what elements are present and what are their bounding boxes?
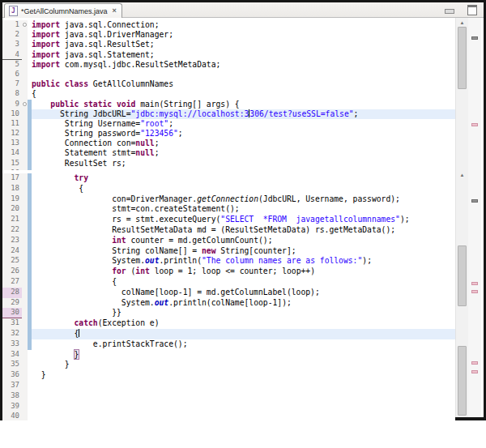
maximize-view-icon[interactable] <box>467 5 477 15</box>
code-text[interactable]: rs = stmt.executeQuery("SELECT *FROM jav… <box>32 215 455 225</box>
code-text[interactable]: public class GetAllColumnNames <box>32 79 455 89</box>
scrollbar-thumb[interactable] <box>458 27 467 89</box>
scrollbar-bottom-pane[interactable]: ▲ <box>455 170 468 342</box>
code-text[interactable]: stmt=con.createStatement(); <box>32 204 455 215</box>
line-number: 25 <box>2 256 22 267</box>
ruler-mark <box>471 361 478 365</box>
code-text[interactable]: import java.sql.DriverManager; <box>32 30 455 40</box>
code-line[interactable]: 17 try <box>2 173 455 184</box>
code-line[interactable]: 4import java.sql.Statement; <box>2 50 455 60</box>
code-text[interactable]: { <box>32 277 455 288</box>
code-line[interactable]: 2import java.sql.DriverManager; <box>2 30 455 40</box>
code-line[interactable]: 30 }} <box>2 308 455 318</box>
code-line[interactable]: 20 stmt=con.createStatement(); <box>2 204 455 215</box>
code-text[interactable] <box>32 402 455 412</box>
code-pane-bottom: 17 try18 {19 con=DriverManager.getConnec… <box>2 170 455 420</box>
code-line[interactable]: 11 String Username="root"; <box>2 119 455 129</box>
code-text[interactable]: import java.sql.ResultSet; <box>32 40 455 49</box>
code-text[interactable]: System.out.println(colName[loop-1]); <box>32 298 455 309</box>
code-line[interactable]: 21 rs = stmt.executeQuery("SELECT *FROM … <box>2 215 455 225</box>
code-text[interactable]: import java.sql.Connection; <box>32 20 455 30</box>
code-text[interactable]: String colName[] = new String[counter]; <box>32 246 455 257</box>
code-text[interactable] <box>32 381 455 391</box>
code-text[interactable] <box>32 412 455 420</box>
code-line[interactable]: 9 public static void main(String[] args)… <box>2 100 455 109</box>
code-line[interactable]: 6 <box>2 70 455 79</box>
code-line[interactable]: 22 ResultSetMetaData md = (ResultSetMeta… <box>2 225 455 236</box>
code-text[interactable]: String Username="root"; <box>32 119 455 129</box>
code-line[interactable]: 38 <box>2 391 455 402</box>
code-text[interactable]: { <box>32 184 455 194</box>
code-line[interactable]: 3import java.sql.ResultSet; <box>2 40 455 49</box>
code-text[interactable]: public static void main(String[] args) { <box>32 100 455 109</box>
scrollbar-thumb[interactable] <box>458 245 467 306</box>
scrollbar-bottom-pane-lower[interactable] <box>455 342 468 417</box>
code-text[interactable]: String password="123456"; <box>32 129 455 139</box>
code-line[interactable]: 7public class GetAllColumnNames <box>2 79 455 89</box>
code-text[interactable]: con=DriverManager.getConnection(JdbcURL,… <box>32 194 455 205</box>
line-number: 1 <box>2 20 22 30</box>
code-text[interactable]: { <box>32 89 455 99</box>
scrollbar-top-pane[interactable]: ▲ <box>455 18 468 170</box>
code-text[interactable]: e.printStackTrace(); <box>32 339 455 350</box>
code-text[interactable]: colName[loop-1] = md.getColumnLabel(loop… <box>32 288 455 298</box>
code-text[interactable]: int counter = md.getColumnCount(); <box>32 236 455 246</box>
code-line[interactable]: 19 con=DriverManager.getConnection(JdbcU… <box>2 194 455 205</box>
code-line[interactable]: 27 { <box>2 277 455 288</box>
code-line[interactable]: 36 } <box>2 370 455 381</box>
code-text[interactable]: }} <box>32 308 455 318</box>
code-line[interactable]: 15 ResultSet rs; <box>2 159 455 169</box>
ruler-mark <box>471 123 478 126</box>
code-text[interactable]: { <box>32 329 455 339</box>
fold-marker-icon[interactable] <box>22 20 28 30</box>
code-text[interactable]: Statement stmt=null; <box>32 148 455 158</box>
code-line[interactable]: 18 { <box>2 184 455 194</box>
code-line[interactable]: 28 colName[loop-1] = md.getColumnLabel(l… <box>2 288 455 298</box>
code-line[interactable]: 10 String JdbcURL="jdbc:mysql://localhos… <box>2 109 455 119</box>
code-line[interactable]: 39 <box>2 402 455 412</box>
code-text[interactable] <box>32 391 455 402</box>
code-text[interactable]: Connection con=null; <box>32 139 455 148</box>
code-line[interactable]: 34 } <box>2 350 455 361</box>
code-text[interactable]: ResultSet rs; <box>32 159 455 169</box>
tab-close-icon[interactable]: × <box>113 7 117 15</box>
code-text[interactable]: catch(Exception e) <box>32 318 455 329</box>
code-line[interactable]: 23 int counter = md.getColumnCount(); <box>2 236 455 246</box>
code-text[interactable]: } <box>32 360 455 370</box>
code-text[interactable] <box>32 70 455 79</box>
fold-column <box>22 204 28 215</box>
scroll-up-arrow-icon[interactable]: ▲ <box>456 170 468 180</box>
code-line[interactable]: 1import java.sql.Connection; <box>2 20 455 30</box>
code-text[interactable]: } <box>32 370 455 381</box>
editor-tab-bar: J *GetAllColumnNames.java × <box>2 2 484 18</box>
code-line[interactable]: 24 String colName[] = new String[counter… <box>2 246 455 257</box>
code-text[interactable]: ResultSetMetaData md = (ResultSetMetaDat… <box>32 225 455 236</box>
code-text[interactable]: String JdbcURL="jdbc:mysql://localhost:3… <box>32 109 455 119</box>
code-line[interactable]: 35 } <box>2 360 455 370</box>
code-line[interactable]: 40 <box>2 412 455 420</box>
code-line[interactable]: 12 String password="123456"; <box>2 129 455 139</box>
code-line[interactable]: 31 catch(Exception e) <box>2 318 455 329</box>
code-line[interactable]: 25 System.out.println("The column names … <box>2 256 455 267</box>
code-text[interactable]: try <box>32 173 455 184</box>
minimize-view-icon[interactable] <box>445 9 454 14</box>
code-line[interactable]: 32 { <box>2 329 455 339</box>
code-text[interactable]: import java.sql.Statement; <box>32 50 455 60</box>
code-line[interactable]: 5import com.mysql.jdbc.ResultSetMetaData… <box>2 60 455 70</box>
scrollbar-thumb[interactable] <box>458 346 467 416</box>
code-line[interactable]: 13 Connection con=null; <box>2 139 455 148</box>
line-number: 12 <box>2 129 22 139</box>
code-text[interactable]: import com.mysql.jdbc.ResultSetMetaData; <box>32 60 455 70</box>
matching-brace-highlight: } <box>74 349 80 360</box>
fold-marker-icon[interactable] <box>22 100 28 109</box>
code-text[interactable]: for (int loop = 1; loop <= counter; loop… <box>32 267 455 277</box>
code-text[interactable]: } <box>32 350 455 361</box>
code-line[interactable]: 29 System.out.println(colName[loop-1]); <box>2 298 455 309</box>
editor-tab-getallcolumnnames[interactable]: J *GetAllColumnNames.java × <box>4 3 122 18</box>
code-text[interactable]: System.out.println("The column names are… <box>32 256 455 267</box>
code-line[interactable]: 8{ <box>2 89 455 99</box>
code-line[interactable]: 26 for (int loop = 1; loop <= counter; l… <box>2 267 455 277</box>
code-line[interactable]: 37 <box>2 381 455 391</box>
code-line[interactable]: 14 Statement stmt=null; <box>2 148 455 158</box>
code-line[interactable]: 33 e.printStackTrace(); <box>2 339 455 350</box>
